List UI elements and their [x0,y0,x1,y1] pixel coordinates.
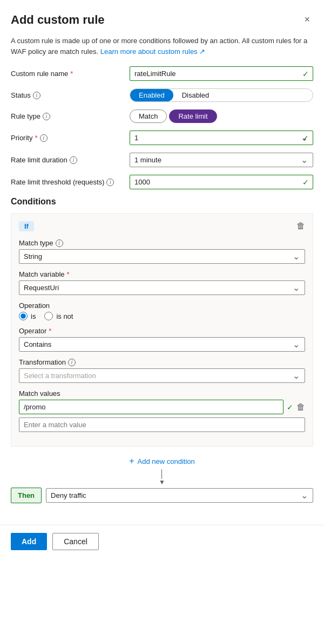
match-variable-row: Match variable * RequestUri [19,270,305,295]
arrow-tip-icon: ▼ [159,479,165,485]
rule-type-ratelimit-button[interactable]: Rate limit [169,109,217,123]
rate-limit-duration-info-icon[interactable]: i [70,156,77,164]
match-type-row: Match type i String [19,239,305,264]
match-value-1-row: ✓ 🗑 [19,400,305,414]
operator-required: * [49,327,51,335]
learn-more-link[interactable]: Learn more about custom rules ↗ [100,47,206,56]
operation-is-label[interactable]: is [19,312,36,320]
then-badge: Then [11,488,42,503]
status-control: Enabled Disabled [130,88,313,102]
match-variable-select[interactable]: RequestUri [19,280,305,295]
custom-rule-name-row: Custom rule name * ✓ [11,66,313,81]
match-value-delete-icon[interactable]: 🗑 [296,402,305,412]
status-disabled-button[interactable]: Disabled [173,89,218,101]
match-type-label: Match type i [19,239,305,247]
add-button[interactable]: Add [11,533,47,550]
cancel-button[interactable]: Cancel [52,533,99,550]
match-variable-required: * [67,270,70,278]
condition-card: If 🗑 Match type i String Match variable [11,213,313,447]
operation-is-radio[interactable] [19,312,28,320]
valid-check-icon: ✓ [302,70,309,78]
plus-icon: + [129,456,134,466]
match-value-1-input[interactable] [19,400,284,414]
rate-limit-duration-control: 1 minute [130,153,313,167]
rule-type-info-icon[interactable]: i [43,113,50,120]
operation-isnot-label[interactable]: is not [44,312,73,320]
rule-type-row: Rule type i Match Rate limit [11,109,313,123]
status-toggle-group: Enabled Disabled [130,88,313,102]
priority-control: ✓ [130,131,313,145]
match-type-select[interactable]: String [19,249,305,264]
match-variable-label: Match variable * [19,270,305,278]
then-action-control: Deny traffic [46,488,313,503]
custom-rule-name-control: ✓ [130,66,313,81]
operation-row: Operation is is not [19,302,305,320]
rate-limit-threshold-input[interactable] [130,175,313,189]
operator-row: Operator * Contains [19,327,305,352]
then-row: Then Deny traffic [11,488,313,503]
panel-header: Add custom rule × [11,13,313,27]
status-label: Status i [11,91,130,99]
conditions-section: Conditions If 🗑 Match type i String [11,197,313,503]
footer: Add Cancel [0,525,324,558]
rate-limit-threshold-info-icon[interactable]: i [106,179,114,186]
transformation-label: Transformation i [19,358,305,366]
custom-rule-name-label: Custom rule name * [11,70,130,78]
rate-limit-duration-row: Rate limit duration i 1 minute [11,153,313,167]
rule-type-group: Match Rate limit [130,109,313,123]
transformation-control: Select a transformation [19,368,305,383]
priority-check-icon: ✓ [302,134,309,142]
panel-title: Add custom rule [11,13,105,27]
match-type-info-icon[interactable]: i [56,239,63,247]
match-variable-control: RequestUri [19,280,305,295]
rate-limit-duration-label: Rate limit duration i [11,156,130,164]
operator-control: Contains [19,337,305,352]
add-condition-button[interactable]: + Add new condition [11,453,313,469]
required-indicator: * [70,70,73,78]
transformation-row: Transformation i Select a transformation [19,358,305,383]
rate-limit-threshold-control: ✓ [130,175,313,189]
operation-label: Operation [19,302,305,310]
operator-label: Operator * [19,327,305,335]
add-condition-area: + Add new condition ▼ [11,453,313,488]
priority-label: Priority * i [11,134,130,142]
transformation-info-icon[interactable]: i [68,359,76,366]
rate-limit-threshold-row: Rate limit threshold (requests) i ✓ [11,175,313,189]
status-row: Status i Enabled Disabled [11,88,313,102]
operator-select[interactable]: Contains [19,337,305,352]
match-value-empty-row [19,417,305,432]
match-values-label: Match values [19,389,305,398]
transformation-select[interactable]: Select a transformation [19,368,305,383]
threshold-check-icon: ✓ [302,178,309,187]
delete-condition-icon[interactable]: 🗑 [296,221,305,231]
description-text: A custom rule is made up of one or more … [11,36,313,57]
match-value-check-icon: ✓ [287,403,293,412]
priority-input[interactable] [130,131,313,145]
priority-row: Priority * i ✓ [11,131,313,145]
arrow-down: ▼ [159,469,165,485]
status-enabled-button[interactable]: Enabled [130,89,173,101]
external-link-icon: ↗ [199,47,205,56]
operation-radio-group: is is not [19,312,305,320]
custom-rule-name-input[interactable] [130,66,313,81]
status-info-icon[interactable]: i [33,92,40,99]
rate-limit-duration-select[interactable]: 1 minute [130,153,313,167]
priority-required: * [35,134,37,142]
match-value-empty-input[interactable] [19,417,305,432]
rule-type-match-button[interactable]: Match [130,109,167,123]
then-action-select[interactable]: Deny traffic [46,488,313,503]
if-badge: If [19,221,34,231]
operation-isnot-radio[interactable] [44,312,53,320]
match-type-control: String [19,249,305,264]
priority-info-icon[interactable]: i [40,134,48,142]
rule-type-label: Rule type i [11,112,130,120]
close-button[interactable]: × [301,13,313,26]
rule-type-control: Match Rate limit [130,109,313,123]
match-values-row: Match values ✓ 🗑 [19,389,305,432]
rate-limit-threshold-label: Rate limit threshold (requests) i [11,178,130,186]
conditions-title: Conditions [11,197,313,207]
